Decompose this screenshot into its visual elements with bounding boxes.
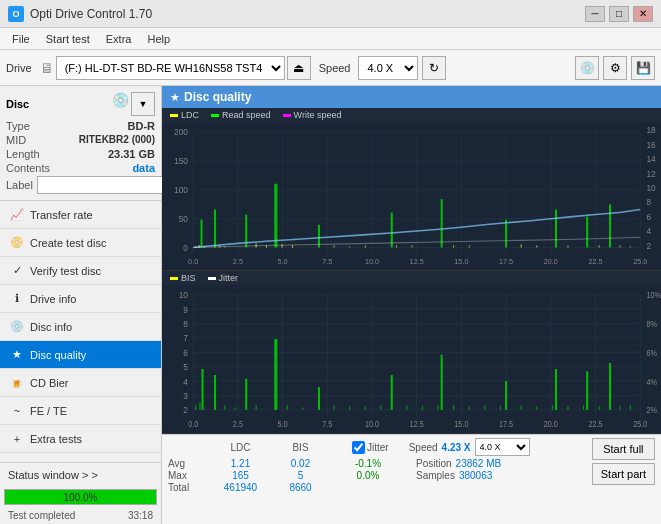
stats-panel: LDC BIS Jitter Speed 4.23 X 4.0 X — [162, 434, 661, 524]
type-key: Type — [6, 120, 30, 132]
svg-rect-126 — [235, 407, 236, 409]
sidebar-item-drive-info[interactable]: ℹ Drive info — [0, 285, 161, 313]
contents-val: data — [132, 162, 155, 174]
menu-help[interactable]: Help — [139, 31, 178, 47]
svg-rect-128 — [256, 405, 257, 410]
svg-text:100: 100 — [174, 186, 188, 195]
nav-label-extra-tests: Extra tests — [30, 433, 82, 445]
stats-bis-header: BIS — [273, 442, 328, 453]
svg-text:2.5: 2.5 — [233, 257, 243, 266]
svg-rect-69 — [567, 245, 568, 247]
svg-rect-135 — [365, 406, 366, 410]
sidebar-status: Status window > > 100.0% Test completed … — [0, 462, 161, 524]
close-button[interactable]: ✕ — [633, 6, 653, 22]
sidebar-item-transfer-rate[interactable]: 📈 Transfer rate — [0, 201, 161, 229]
sidebar-item-disc-info[interactable]: 💿 Disc info — [0, 313, 161, 341]
samples-val: 380063 — [459, 470, 492, 481]
svg-text:8: 8 — [183, 318, 188, 329]
sidebar-item-extra-tests[interactable]: + Extra tests — [0, 425, 161, 453]
svg-rect-68 — [555, 209, 557, 247]
eject-button[interactable]: ⏏ — [287, 56, 311, 80]
position-label: Position — [416, 458, 452, 469]
svg-text:10.0: 10.0 — [365, 419, 380, 429]
top-chart-panel: LDC Read speed Write speed — [162, 108, 661, 271]
ldc-legend-color — [170, 114, 178, 117]
svg-rect-67 — [536, 245, 537, 247]
disc-info-icon: 💿 — [10, 320, 24, 334]
svg-rect-142 — [453, 405, 454, 410]
disc-quality-icon: ★ — [10, 348, 24, 362]
nav-items: 📈 Transfer rate 📀 Create test disc ✓ Ver… — [0, 201, 161, 453]
svg-text:7.5: 7.5 — [322, 419, 333, 429]
refresh-button[interactable]: ↻ — [422, 56, 446, 80]
svg-text:14: 14 — [646, 155, 656, 164]
svg-rect-154 — [599, 406, 600, 410]
svg-rect-70 — [586, 217, 588, 248]
maximize-button[interactable]: □ — [609, 6, 629, 22]
svg-text:6: 6 — [183, 347, 188, 358]
svg-rect-143 — [469, 406, 470, 410]
svg-rect-61 — [412, 245, 413, 247]
progress-bar-container: 100.0% — [4, 489, 157, 505]
legend-write: Write speed — [283, 110, 342, 120]
svg-text:5.0: 5.0 — [278, 419, 289, 429]
disc-info-btn[interactable]: ▼ — [131, 92, 155, 116]
disc-button[interactable]: 💿 — [575, 56, 599, 80]
sidebar-item-disc-quality[interactable]: ★ Disc quality — [0, 341, 161, 369]
svg-text:2.5: 2.5 — [233, 419, 244, 429]
svg-rect-138 — [406, 405, 407, 410]
svg-text:8%: 8% — [646, 320, 657, 330]
drive-select[interactable]: (F:) HL-DT-ST BD-RE WH16NS58 TST4 — [56, 56, 285, 80]
nav-label-transfer-rate: Transfer rate — [30, 209, 93, 221]
svg-text:0.0: 0.0 — [188, 419, 199, 429]
minimize-button[interactable]: ─ — [585, 6, 605, 22]
menu-start-test[interactable]: Start test — [38, 31, 98, 47]
drive-label: Drive — [6, 62, 32, 74]
svg-text:25.0: 25.0 — [633, 419, 648, 429]
svg-text:10.0: 10.0 — [365, 257, 379, 266]
svg-rect-153 — [586, 371, 588, 409]
bottom-chart-svg: 10 9 8 7 6 5 4 3 2 10% 8% 6% 4% 2% — [162, 285, 661, 429]
start-full-button[interactable]: Start full — [592, 438, 655, 460]
start-part-button[interactable]: Start part — [592, 463, 655, 485]
chart-title: Disc quality — [184, 90, 251, 104]
save-button[interactable]: 💾 — [631, 56, 655, 80]
status-time: 33:18 — [124, 508, 157, 523]
stats-ldc-header: LDC — [208, 442, 273, 453]
jitter-checkbox[interactable] — [352, 441, 365, 454]
nav-label-create-test: Create test disc — [30, 237, 106, 249]
svg-rect-54 — [292, 245, 293, 247]
total-label: Total — [168, 482, 208, 493]
jitter-legend-label: Jitter — [219, 273, 239, 283]
sidebar-item-fe-te[interactable]: ~ FE / TE — [0, 397, 161, 425]
stats-table-container: LDC BIS Jitter Speed 4.23 X 4.0 X — [168, 438, 584, 493]
sidebar-item-cd-bier[interactable]: 🍺 CD Bier — [0, 369, 161, 397]
disc-icon: 💿 — [112, 92, 129, 116]
svg-text:50: 50 — [179, 215, 189, 224]
svg-text:25.0: 25.0 — [633, 257, 647, 266]
avg-label: Avg — [168, 458, 208, 469]
sidebar-item-verify-test-disc[interactable]: ✓ Verify test disc — [0, 257, 161, 285]
svg-rect-64 — [469, 245, 470, 247]
status-window-btn[interactable]: Status window > > — [0, 463, 161, 487]
menu-file[interactable]: File — [4, 31, 38, 47]
total-bis: 8660 — [273, 482, 328, 493]
svg-rect-123 — [202, 369, 204, 410]
disc-label-input[interactable] — [37, 176, 170, 194]
svg-text:10: 10 — [646, 184, 656, 193]
svg-text:22.5: 22.5 — [588, 257, 602, 266]
svg-rect-46 — [214, 209, 216, 247]
menu-extra[interactable]: Extra — [98, 31, 140, 47]
speed-select[interactable]: 4.0 X — [475, 438, 530, 456]
extra-tests-icon: + — [10, 432, 24, 446]
svg-text:20.0: 20.0 — [544, 257, 558, 266]
speed-select[interactable]: 4.0 X — [358, 56, 418, 80]
svg-rect-125 — [224, 405, 225, 410]
svg-rect-131 — [302, 407, 303, 409]
disc-panel: Disc 💿 ▼ Type BD-R MID RITEKBR2 (000) Le… — [0, 86, 161, 201]
svg-rect-132 — [318, 387, 320, 410]
settings-button[interactable]: ⚙ — [603, 56, 627, 80]
max-bis: 5 — [273, 470, 328, 481]
svg-rect-57 — [349, 246, 350, 247]
sidebar-item-create-test-disc[interactable]: 📀 Create test disc — [0, 229, 161, 257]
